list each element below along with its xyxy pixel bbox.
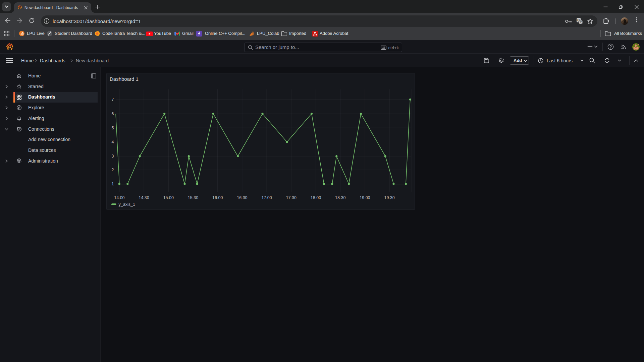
svg-text:18:00: 18:00 (310, 195, 321, 200)
svg-text:15:30: 15:30 (187, 195, 198, 200)
svg-text:4: 4 (111, 139, 114, 144)
svg-text:14:00: 14:00 (114, 195, 124, 200)
svg-text:16:00: 16:00 (212, 195, 223, 200)
svg-text:7: 7 (111, 97, 114, 102)
svg-text:17:00: 17:00 (261, 195, 272, 200)
svg-text:14:30: 14:30 (139, 195, 149, 200)
svg-text:2: 2 (111, 168, 114, 172)
svg-text:17:30: 17:30 (286, 195, 296, 200)
svg-text:5: 5 (111, 125, 114, 130)
svg-text:16:30: 16:30 (237, 195, 247, 200)
svg-text:15:00: 15:00 (163, 195, 173, 200)
svg-text:6: 6 (111, 111, 114, 116)
svg-text:19:30: 19:30 (384, 195, 394, 200)
svg-text:1: 1 (111, 182, 114, 186)
svg-text:3: 3 (111, 154, 114, 159)
svg-text:19:00: 19:00 (360, 195, 370, 200)
svg-text:文: 文 (579, 20, 582, 24)
svg-text:y_axis_1: y_axis_1 (118, 202, 135, 207)
svg-text:18:30: 18:30 (335, 195, 345, 200)
